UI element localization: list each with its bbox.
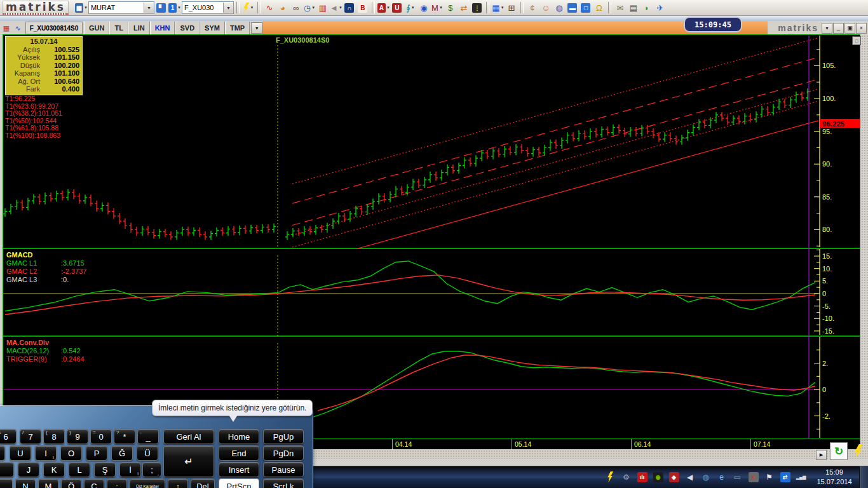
key-prtscn[interactable]: PrtScn bbox=[219, 478, 259, 488]
restore-button[interactable]: ▣ bbox=[844, 23, 855, 34]
tray-security-icon[interactable]: ◆ bbox=[667, 470, 681, 484]
on-screen-keyboard[interactable]: 6&7/8(9)0=*?_-Geri AlHomePgUpUIıOPĞÜ↵End… bbox=[0, 405, 313, 488]
key-star[interactable]: *? bbox=[114, 429, 135, 444]
key-shift[interactable]: Üst Karakter bbox=[130, 478, 165, 488]
tab-khn[interactable]: KHN bbox=[150, 22, 175, 34]
tab-sym[interactable]: SYM bbox=[200, 22, 225, 34]
key-o-umlaut[interactable]: Ö bbox=[61, 478, 81, 488]
transfer-icon[interactable]: ⇄ bbox=[458, 1, 470, 14]
window-min-icon[interactable]: ▬ bbox=[566, 1, 579, 14]
key-0[interactable]: 0= bbox=[90, 429, 112, 444]
tray-signal-bars-icon[interactable]: ▂▄▆ bbox=[794, 470, 808, 484]
panel-maximize-button[interactable]: □ bbox=[852, 36, 861, 45]
tray-nvidia-icon[interactable]: ◉ bbox=[651, 470, 665, 484]
quick-trade-icon[interactable]: ▼ bbox=[242, 1, 255, 14]
key-partial[interactable] bbox=[0, 462, 14, 477]
money-in-icon[interactable]: $ bbox=[444, 1, 457, 14]
chat-icon[interactable]: ◗ bbox=[641, 1, 653, 14]
key-scrlk[interactable]: ScrLk bbox=[263, 478, 304, 488]
symbol-combo[interactable]: F_XU030▼ bbox=[182, 1, 234, 14]
letter-m-icon[interactable]: M▼ bbox=[431, 1, 444, 14]
key-c-cedilla[interactable]: Ç bbox=[84, 478, 104, 488]
market-watch-icon[interactable]: ▦▼ bbox=[492, 1, 505, 14]
key-pgup[interactable]: PgUp bbox=[263, 429, 304, 444]
vop-icon[interactable]: ◉ bbox=[417, 1, 430, 14]
key-end[interactable]: End bbox=[219, 445, 259, 461]
tray-memory-icon[interactable]: ▭ bbox=[731, 470, 744, 484]
key-p[interactable]: P bbox=[86, 445, 107, 461]
swirl-icon[interactable]: ∮▼ bbox=[404, 1, 417, 14]
tab-symbol[interactable]: F_XU0300814S0 bbox=[25, 22, 83, 34]
price-chart-panel[interactable] bbox=[3, 34, 860, 248]
tab-tl[interactable]: TL bbox=[109, 22, 128, 34]
scroll-right-button[interactable]: ▶ bbox=[816, 450, 827, 460]
minimize-button[interactable]: _ bbox=[833, 23, 844, 34]
chart-type-icon[interactable]: ∿ bbox=[13, 23, 23, 33]
key-partial[interactable] bbox=[0, 445, 5, 461]
close-button[interactable]: × bbox=[856, 23, 867, 34]
tab-overflow-button[interactable]: ▼ bbox=[251, 22, 262, 34]
key-backspace[interactable]: Geri Al bbox=[163, 429, 214, 444]
user-icon[interactable]: ☺ bbox=[539, 1, 552, 14]
tray-flag-icon[interactable]: ⚑ bbox=[763, 470, 776, 484]
tab-lin[interactable]: LIN bbox=[128, 22, 150, 34]
portfolio-icon[interactable]: ¢ bbox=[526, 1, 539, 14]
key-o[interactable]: O bbox=[60, 445, 82, 461]
key-u-umlaut[interactable]: Ü bbox=[137, 445, 158, 461]
key-k[interactable]: K bbox=[43, 462, 65, 477]
key-pgdn[interactable]: PgDn bbox=[263, 445, 304, 461]
print-icon[interactable]: ▤ bbox=[627, 1, 640, 14]
page-1-icon[interactable]: 1▼ bbox=[168, 1, 181, 14]
key-insert[interactable]: Insert bbox=[219, 462, 259, 477]
tray-volume-icon[interactable]: ◀ bbox=[683, 470, 696, 484]
clock-icon[interactable]: ◷▼ bbox=[303, 1, 316, 14]
key-del[interactable]: Del bbox=[191, 478, 215, 488]
bridge-icon[interactable]: ∩ bbox=[343, 1, 356, 14]
traffic-light-icon[interactable]: ⋮ bbox=[471, 1, 484, 14]
gmacd-panel[interactable] bbox=[3, 248, 860, 336]
key-s-cedilla[interactable]: Ş bbox=[94, 462, 116, 477]
tray-settings-icon[interactable]: ⚙ bbox=[620, 470, 633, 484]
key-6[interactable]: 6& bbox=[0, 429, 17, 444]
key-g-breve[interactable]: Ğ bbox=[111, 445, 133, 461]
key-9[interactable]: 9) bbox=[67, 429, 88, 444]
tray-teamviewer-icon[interactable]: ⇄ bbox=[778, 470, 792, 484]
key-7[interactable]: 7/ bbox=[20, 429, 41, 444]
key-home[interactable]: Home bbox=[219, 429, 259, 444]
announcement-icon[interactable]: ◄▼ bbox=[330, 1, 342, 14]
tray-network-icon[interactable]: ◍ bbox=[699, 470, 712, 484]
key-i-dotted[interactable]: İi bbox=[119, 462, 141, 477]
key-arrow-up[interactable]: ↑ bbox=[168, 478, 188, 488]
tab-tmp[interactable]: TMP bbox=[225, 22, 250, 34]
key-enter[interactable]: ↵ bbox=[163, 445, 214, 477]
key-partial[interactable] bbox=[0, 478, 13, 488]
refresh-button[interactable]: ↻ bbox=[830, 442, 848, 460]
key-i[interactable]: Iı bbox=[35, 445, 57, 461]
key-dash[interactable]: _- bbox=[137, 429, 159, 444]
key-l[interactable]: L bbox=[69, 462, 90, 477]
window-max-icon[interactable]: □ bbox=[580, 1, 592, 14]
title-dropdown-button[interactable]: ▼ bbox=[822, 23, 832, 34]
letter-u-icon[interactable]: U bbox=[391, 1, 403, 14]
taskbar-clock[interactable]: 15:09 15.07.2014 bbox=[812, 468, 857, 487]
pie-chart-icon[interactable]: ◕ bbox=[276, 1, 289, 14]
tab-gun[interactable]: GUN bbox=[84, 22, 109, 34]
key-j[interactable]: J bbox=[18, 462, 39, 477]
tab-svd[interactable]: SVD bbox=[175, 22, 200, 34]
tray-signal-alert-icon[interactable]: ılı bbox=[635, 470, 649, 484]
chart-window-icon[interactable]: ▦ bbox=[1, 23, 11, 33]
key-u[interactable]: U bbox=[10, 445, 31, 461]
database-icon[interactable]: ▥ bbox=[316, 1, 329, 14]
bold-b-icon[interactable]: B bbox=[356, 1, 369, 14]
key-colon[interactable]: :. bbox=[107, 478, 127, 488]
globe-icon[interactable]: ◍ bbox=[553, 1, 566, 14]
new-window-icon[interactable]: ▘ bbox=[155, 1, 168, 14]
tray-disconnected-icon[interactable]: × bbox=[747, 470, 760, 484]
binoculars-icon[interactable]: ∞ bbox=[290, 1, 302, 14]
layout-combo[interactable]: MURAT▼ bbox=[88, 1, 154, 14]
show-desktop-button[interactable] bbox=[859, 466, 868, 488]
cascade-windows-icon[interactable]: ⊞ bbox=[505, 1, 518, 14]
travel-icon[interactable]: ✈ bbox=[654, 1, 667, 14]
line-chart-icon[interactable]: ∿ bbox=[263, 1, 276, 14]
save-icon[interactable]: ▦▼ bbox=[75, 1, 88, 14]
